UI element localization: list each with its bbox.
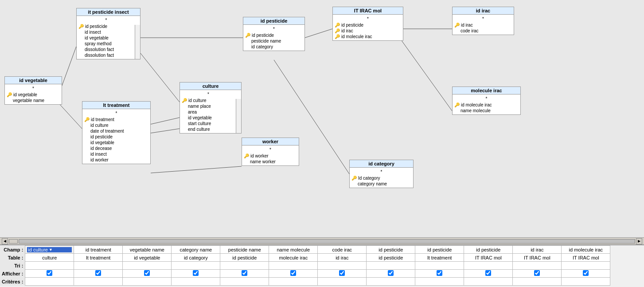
scroll-right-arrow[interactable]: ▶: [636, 238, 642, 244]
criteres-cell-6[interactable]: [318, 278, 367, 286]
table-it-irac-mol[interactable]: IT IRAC mol * 🔑 id pesticide 🔑 id irac 🔑…: [332, 7, 403, 41]
table-cell-6[interactable]: id irac: [318, 254, 367, 262]
scrollbar[interactable]: [236, 99, 241, 133]
afficher-cell-2[interactable]: [123, 270, 172, 278]
champ-cell-6[interactable]: code irac: [318, 246, 367, 254]
scroll-track[interactable]: [19, 239, 635, 244]
champ-cell-7[interactable]: id pesticide: [367, 246, 415, 254]
table-cell-1[interactable]: lt treatment: [74, 254, 123, 262]
tri-cell-6[interactable]: [318, 262, 367, 270]
afficher-checkbox-10[interactable]: [534, 270, 540, 276]
afficher-cell-10[interactable]: [513, 270, 562, 278]
afficher-checkbox-0[interactable]: [47, 270, 52, 276]
table-worker[interactable]: worker * 🔑 id worker name worker: [242, 138, 299, 166]
criteres-cell-10[interactable]: [513, 278, 562, 286]
key-icon: 🔑: [78, 24, 84, 29]
table-id-vegetable[interactable]: id vegetable * 🔑 id vegetable vegetable …: [4, 76, 62, 105]
table-id-pesticide[interactable]: id pesticide * 🔑 id pesticide pesticide …: [243, 17, 305, 51]
tri-cell-10[interactable]: [513, 262, 562, 270]
table-it-pesticide-insect[interactable]: it pesticide insect * 🔑 id pesticide id …: [76, 8, 141, 59]
table-cell-11[interactable]: IT IRAC mol: [562, 254, 610, 262]
table-cell-2[interactable]: id vegetable: [123, 254, 172, 262]
tri-cell-0[interactable]: [25, 262, 74, 270]
champ-cell-5[interactable]: name molecule: [269, 246, 318, 254]
afficher-cell-7[interactable]: [367, 270, 415, 278]
champ-cell-0[interactable]: id culture ▼: [25, 246, 74, 254]
afficher-checkbox-6[interactable]: [339, 270, 345, 276]
afficher-cell-6[interactable]: [318, 270, 367, 278]
criteres-cell-0[interactable]: [25, 278, 74, 286]
tri-cell-4[interactable]: [220, 262, 269, 270]
criteres-cell-2[interactable]: [123, 278, 172, 286]
criteres-cell-11[interactable]: [562, 278, 610, 286]
table-title: worker: [242, 138, 299, 145]
field-row: 🔑 id pesticide: [335, 22, 401, 28]
afficher-cell-3[interactable]: [172, 270, 220, 278]
afficher-checkbox-2[interactable]: [144, 270, 150, 276]
criteres-cell-5[interactable]: [269, 278, 318, 286]
afficher-checkbox-11[interactable]: [583, 270, 589, 276]
field-row: pesticide name: [245, 38, 303, 44]
champ-cell-9[interactable]: id pesticide: [464, 246, 513, 254]
horizontal-scrollbar[interactable]: ◀ ▶: [0, 237, 644, 244]
table-culture[interactable]: culture * 🔑 id culture name place area i…: [180, 82, 242, 134]
tri-cell-1[interactable]: [74, 262, 123, 270]
criteres-cell-1[interactable]: [74, 278, 123, 286]
table-cell-7[interactable]: id pesticide: [367, 254, 415, 262]
key-icon: 🔑: [182, 98, 187, 103]
criteres-cell-3[interactable]: [172, 278, 220, 286]
afficher-checkbox-1[interactable]: [95, 270, 101, 276]
afficher-cell-4[interactable]: [220, 270, 269, 278]
field-row: 🔑 id treatment: [84, 117, 148, 122]
tri-cell-7[interactable]: [367, 262, 415, 270]
table-cell-3[interactable]: id category: [172, 254, 220, 262]
afficher-checkbox-3[interactable]: [193, 270, 199, 276]
table-cell-0[interactable]: culture: [25, 254, 74, 262]
champ-cell-2[interactable]: vegetable name: [123, 246, 172, 254]
table-cell-10[interactable]: IT IRAC mol: [513, 254, 562, 262]
table-molecule-irac[interactable]: molecule irac * 🔑 id molecule irac name …: [452, 86, 521, 115]
champ-cell-11[interactable]: id molecule irac: [562, 246, 610, 254]
criteres-cell-8[interactable]: [415, 278, 464, 286]
afficher-cell-0[interactable]: [25, 270, 74, 278]
afficher-checkbox-9[interactable]: [485, 270, 491, 276]
afficher-checkbox-5[interactable]: [290, 270, 296, 276]
afficher-cell-9[interactable]: [464, 270, 513, 278]
tri-cell-11[interactable]: [562, 262, 610, 270]
champ-cell-1[interactable]: id treatment: [74, 246, 123, 254]
scroll-left-arrow[interactable]: ◀: [2, 238, 8, 244]
table-id-irac[interactable]: id irac * 🔑 id irac code irac: [452, 7, 514, 35]
table-cell-5[interactable]: molecule irac: [269, 254, 318, 262]
query-grid-panel: Champ : id culture ▼ id treatment vegeta…: [0, 244, 644, 287]
dropdown-arrow[interactable]: ▼: [49, 248, 53, 252]
criteres-cell-9[interactable]: [464, 278, 513, 286]
afficher-cell-5[interactable]: [269, 270, 318, 278]
champ-cell-4[interactable]: pesticide name: [220, 246, 269, 254]
afficher-cell-11[interactable]: [562, 270, 610, 278]
afficher-checkbox-4[interactable]: [242, 270, 247, 276]
tri-cell-9[interactable]: [464, 262, 513, 270]
table-id-category[interactable]: id category * 🔑 Id category category nam…: [349, 160, 414, 188]
table-cell-9[interactable]: IT IRAC mol: [464, 254, 513, 262]
champ-cell-10[interactable]: id irac: [513, 246, 562, 254]
criteres-cell-4[interactable]: [220, 278, 269, 286]
tri-label: Tri :: [0, 262, 25, 270]
afficher-cell-1[interactable]: [74, 270, 123, 278]
afficher-cell-8[interactable]: [415, 270, 464, 278]
champ-cell-3[interactable]: category name: [172, 246, 220, 254]
scrollbar[interactable]: [135, 25, 140, 59]
tri-cell-5[interactable]: [269, 262, 318, 270]
afficher-checkbox-7[interactable]: [388, 270, 394, 276]
table-lt-treatment[interactable]: lt treatment * 🔑 id treatment id culture…: [82, 101, 151, 164]
field-row: 🔑 id worker: [244, 153, 297, 159]
tri-cell-3[interactable]: [172, 262, 220, 270]
afficher-checkbox-8[interactable]: [437, 270, 442, 276]
tri-cell-8[interactable]: [415, 262, 464, 270]
table-cell-8[interactable]: lt treatment: [415, 254, 464, 262]
tri-cell-2[interactable]: [123, 262, 172, 270]
criteres-cell-7[interactable]: [367, 278, 415, 286]
champ-cell-8[interactable]: id pesticide: [415, 246, 464, 254]
table-cell-4[interactable]: id pesticide: [220, 254, 269, 262]
scroll-thumb-small[interactable]: [9, 239, 18, 244]
field-row: 🔑 id pesticide: [245, 32, 303, 38]
